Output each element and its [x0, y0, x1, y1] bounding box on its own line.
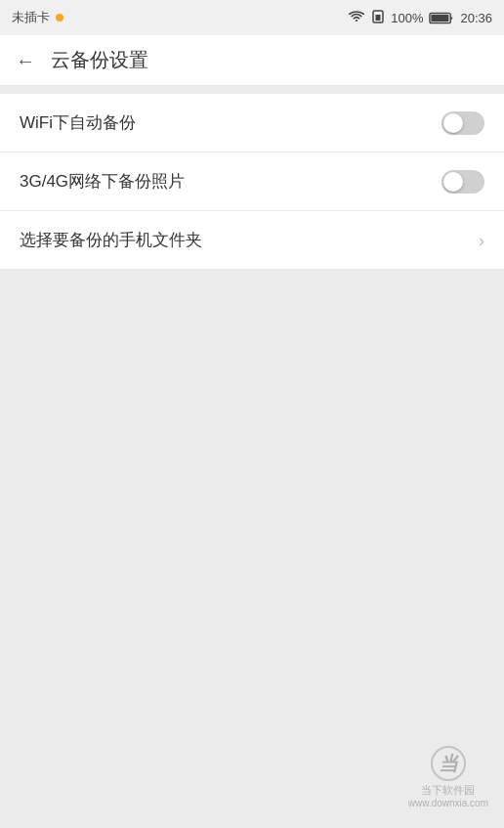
svg-rect-3	[432, 14, 449, 21]
settings-item-folder-select[interactable]: 选择要备份的手机文件夹 ›	[0, 211, 504, 270]
folder-select-label: 选择要备份的手机文件夹	[20, 229, 202, 251]
svg-rect-1	[376, 15, 381, 21]
status-right: 100% 20:36	[348, 10, 492, 26]
battery-percent: 100%	[391, 11, 423, 25]
wifi-backup-toggle-knob	[443, 113, 463, 133]
back-button[interactable]: ←	[16, 51, 35, 70]
carrier-label: 未插卡	[12, 9, 50, 26]
watermark-url: www.downxia.com	[408, 798, 488, 808]
status-bar: 未插卡 100% 20:36	[0, 0, 504, 35]
sim-icon	[371, 10, 385, 26]
mobile-backup-label: 3G/4G网络下备份照片	[20, 170, 185, 193]
section-divider-top	[0, 86, 504, 94]
watermark-logo: 当	[431, 746, 466, 781]
settings-list: WiFi下自动备份 3G/4G网络下备份照片 选择要备份的手机文件夹 ›	[0, 94, 504, 270]
wifi-icon	[348, 10, 365, 26]
mobile-backup-toggle-knob	[443, 172, 463, 192]
settings-item-mobile-backup: 3G/4G网络下备份照片	[0, 153, 504, 211]
header: ← 云备份设置	[0, 35, 504, 86]
watermark: 当 当下软件园 www.downxia.com	[408, 746, 488, 808]
wifi-backup-toggle[interactable]	[441, 111, 484, 135]
chevron-right-icon: ›	[479, 232, 484, 249]
settings-item-wifi-backup: WiFi下自动备份	[0, 94, 504, 153]
time-label: 20:36	[460, 11, 492, 25]
signal-dot	[56, 14, 63, 22]
status-left: 未插卡	[12, 9, 63, 26]
mobile-backup-toggle[interactable]	[441, 170, 484, 194]
battery-icon	[429, 12, 454, 24]
wifi-backup-label: WiFi下自动备份	[20, 111, 136, 134]
page-title: 云备份设置	[51, 47, 148, 73]
content-background	[0, 270, 504, 828]
watermark-site: 当下软件园	[421, 783, 475, 798]
